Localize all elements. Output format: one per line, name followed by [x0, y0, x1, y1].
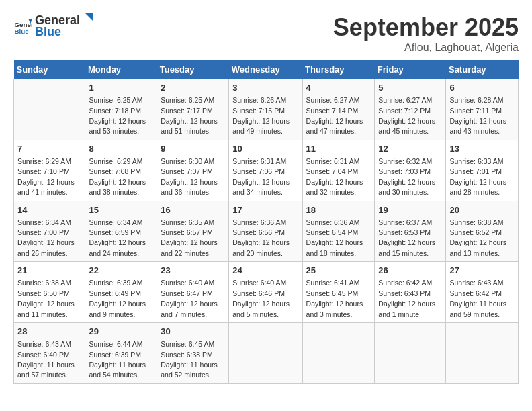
calendar-week-row: 21Sunrise: 6:38 AM Sunset: 6:50 PM Dayli… [14, 262, 519, 323]
day-number: 9 [161, 143, 225, 155]
calendar-cell: 29Sunrise: 6:44 AM Sunset: 6:39 PM Dayli… [85, 323, 157, 384]
calendar-week-row: 14Sunrise: 6:34 AM Sunset: 7:00 PM Dayli… [14, 201, 519, 262]
day-number: 26 [378, 265, 442, 277]
day-info: Sunrise: 6:29 AM Sunset: 7:08 PM Dayligh… [89, 157, 146, 196]
day-info: Sunrise: 6:28 AM Sunset: 7:11 PM Dayligh… [449, 96, 506, 135]
calendar-cell: 12Sunrise: 6:32 AM Sunset: 7:03 PM Dayli… [375, 140, 446, 201]
day-number: 17 [232, 204, 298, 216]
day-info: Sunrise: 6:30 AM Sunset: 7:07 PM Dayligh… [161, 157, 218, 196]
calendar-cell: 1Sunrise: 6:25 AM Sunset: 7:18 PM Daylig… [85, 79, 157, 140]
calendar-cell: 18Sunrise: 6:36 AM Sunset: 6:54 PM Dayli… [302, 201, 375, 262]
day-number: 13 [449, 143, 515, 155]
day-info: Sunrise: 6:40 AM Sunset: 6:46 PM Dayligh… [232, 279, 290, 318]
day-info: Sunrise: 6:45 AM Sunset: 6:38 PM Dayligh… [161, 340, 218, 379]
logo-icon: General Blue [13, 17, 32, 36]
calendar-cell: 20Sunrise: 6:38 AM Sunset: 6:52 PM Dayli… [446, 201, 519, 262]
calendar-cell: 17Sunrise: 6:36 AM Sunset: 6:56 PM Dayli… [229, 201, 302, 262]
calendar-cell: 9Sunrise: 6:30 AM Sunset: 7:07 PM Daylig… [157, 140, 229, 201]
month-title: September 2025 [333, 13, 519, 42]
day-number: 5 [378, 82, 442, 94]
day-info: Sunrise: 6:36 AM Sunset: 6:56 PM Dayligh… [232, 218, 290, 257]
day-number: 3 [232, 82, 298, 94]
day-number: 21 [17, 265, 81, 277]
calendar-cell: 30Sunrise: 6:45 AM Sunset: 6:38 PM Dayli… [157, 323, 229, 384]
day-info: Sunrise: 6:43 AM Sunset: 6:40 PM Dayligh… [17, 340, 75, 379]
title-block: September 2025 Aflou, Laghouat, Algeria [333, 13, 519, 54]
weekday-header-friday: Friday [375, 60, 446, 79]
day-number: 28 [17, 326, 81, 338]
calendar-cell [446, 323, 519, 384]
calendar-cell: 5Sunrise: 6:27 AM Sunset: 7:12 PM Daylig… [375, 79, 446, 140]
weekday-header-monday: Monday [85, 60, 157, 79]
day-info: Sunrise: 6:25 AM Sunset: 7:17 PM Dayligh… [161, 96, 218, 135]
subtitle: Aflou, Laghouat, Algeria [333, 42, 519, 54]
day-info: Sunrise: 6:37 AM Sunset: 6:53 PM Dayligh… [378, 218, 435, 257]
day-info: Sunrise: 6:31 AM Sunset: 7:06 PM Dayligh… [232, 157, 290, 196]
weekday-header-tuesday: Tuesday [157, 60, 229, 79]
day-info: Sunrise: 6:40 AM Sunset: 6:47 PM Dayligh… [161, 279, 218, 318]
calendar-cell: 16Sunrise: 6:35 AM Sunset: 6:57 PM Dayli… [157, 201, 229, 262]
day-info: Sunrise: 6:27 AM Sunset: 7:12 PM Dayligh… [378, 96, 435, 135]
calendar-cell: 11Sunrise: 6:31 AM Sunset: 7:04 PM Dayli… [302, 140, 375, 201]
calendar-cell: 24Sunrise: 6:40 AM Sunset: 6:46 PM Dayli… [229, 262, 302, 323]
day-number: 11 [306, 143, 371, 155]
calendar-cell: 23Sunrise: 6:40 AM Sunset: 6:47 PM Dayli… [157, 262, 229, 323]
day-number: 1 [89, 82, 153, 94]
calendar-cell [375, 323, 446, 384]
day-number: 29 [89, 326, 153, 338]
calendar-cell [14, 79, 85, 140]
calendar-cell: 15Sunrise: 6:34 AM Sunset: 6:59 PM Dayli… [85, 201, 157, 262]
day-number: 24 [232, 265, 298, 277]
calendar-cell: 2Sunrise: 6:25 AM Sunset: 7:17 PM Daylig… [157, 79, 229, 140]
day-number: 10 [232, 143, 298, 155]
calendar-cell: 13Sunrise: 6:33 AM Sunset: 7:01 PM Dayli… [446, 140, 519, 201]
calendar-cell: 4Sunrise: 6:27 AM Sunset: 7:14 PM Daylig… [302, 79, 375, 140]
day-info: Sunrise: 6:44 AM Sunset: 6:39 PM Dayligh… [89, 340, 146, 379]
day-number: 8 [89, 143, 153, 155]
logo: General Blue General Blue [13, 13, 95, 39]
day-info: Sunrise: 6:36 AM Sunset: 6:54 PM Dayligh… [306, 218, 363, 257]
day-info: Sunrise: 6:38 AM Sunset: 6:50 PM Dayligh… [17, 279, 75, 318]
weekday-header-wednesday: Wednesday [229, 60, 302, 79]
day-number: 6 [449, 82, 515, 94]
calendar-cell: 21Sunrise: 6:38 AM Sunset: 6:50 PM Dayli… [14, 262, 85, 323]
day-info: Sunrise: 6:41 AM Sunset: 6:45 PM Dayligh… [306, 279, 363, 318]
day-number: 15 [89, 204, 153, 216]
calendar-cell [302, 323, 375, 384]
calendar-cell: 22Sunrise: 6:39 AM Sunset: 6:49 PM Dayli… [85, 262, 157, 323]
calendar-cell: 7Sunrise: 6:29 AM Sunset: 7:10 PM Daylig… [14, 140, 85, 201]
svg-marker-3 [85, 13, 93, 21]
day-info: Sunrise: 6:39 AM Sunset: 6:49 PM Dayligh… [89, 279, 146, 318]
calendar-cell: 27Sunrise: 6:43 AM Sunset: 6:42 PM Dayli… [446, 262, 519, 323]
day-number: 27 [449, 265, 515, 277]
day-number: 20 [449, 204, 515, 216]
day-info: Sunrise: 6:33 AM Sunset: 7:01 PM Dayligh… [449, 157, 506, 196]
day-info: Sunrise: 6:31 AM Sunset: 7:04 PM Dayligh… [306, 157, 363, 196]
calendar-cell: 3Sunrise: 6:26 AM Sunset: 7:15 PM Daylig… [229, 79, 302, 140]
day-number: 23 [161, 265, 225, 277]
weekday-header-saturday: Saturday [446, 60, 519, 79]
day-number: 25 [306, 265, 371, 277]
day-number: 16 [161, 204, 225, 216]
logo-triangle-icon [81, 12, 95, 26]
calendar-week-row: 28Sunrise: 6:43 AM Sunset: 6:40 PM Dayli… [14, 323, 519, 384]
calendar-cell: 8Sunrise: 6:29 AM Sunset: 7:08 PM Daylig… [85, 140, 157, 201]
day-info: Sunrise: 6:42 AM Sunset: 6:43 PM Dayligh… [378, 279, 435, 318]
day-info: Sunrise: 6:35 AM Sunset: 6:57 PM Dayligh… [161, 218, 218, 257]
day-number: 30 [161, 326, 225, 338]
day-info: Sunrise: 6:27 AM Sunset: 7:14 PM Dayligh… [306, 96, 363, 135]
calendar-table: SundayMondayTuesdayWednesdayThursdayFrid… [13, 60, 519, 384]
day-info: Sunrise: 6:34 AM Sunset: 6:59 PM Dayligh… [89, 218, 146, 257]
calendar-cell [229, 323, 302, 384]
day-number: 18 [306, 204, 371, 216]
weekday-header-thursday: Thursday [302, 60, 375, 79]
day-number: 22 [89, 265, 153, 277]
day-info: Sunrise: 6:38 AM Sunset: 6:52 PM Dayligh… [449, 218, 506, 257]
day-info: Sunrise: 6:34 AM Sunset: 7:00 PM Dayligh… [17, 218, 75, 257]
calendar-cell: 19Sunrise: 6:37 AM Sunset: 6:53 PM Dayli… [375, 201, 446, 262]
day-info: Sunrise: 6:25 AM Sunset: 7:18 PM Dayligh… [89, 96, 146, 135]
calendar-cell: 28Sunrise: 6:43 AM Sunset: 6:40 PM Dayli… [14, 323, 85, 384]
calendar-cell: 25Sunrise: 6:41 AM Sunset: 6:45 PM Dayli… [302, 262, 375, 323]
day-number: 19 [378, 204, 442, 216]
calendar-cell: 26Sunrise: 6:42 AM Sunset: 6:43 PM Dayli… [375, 262, 446, 323]
